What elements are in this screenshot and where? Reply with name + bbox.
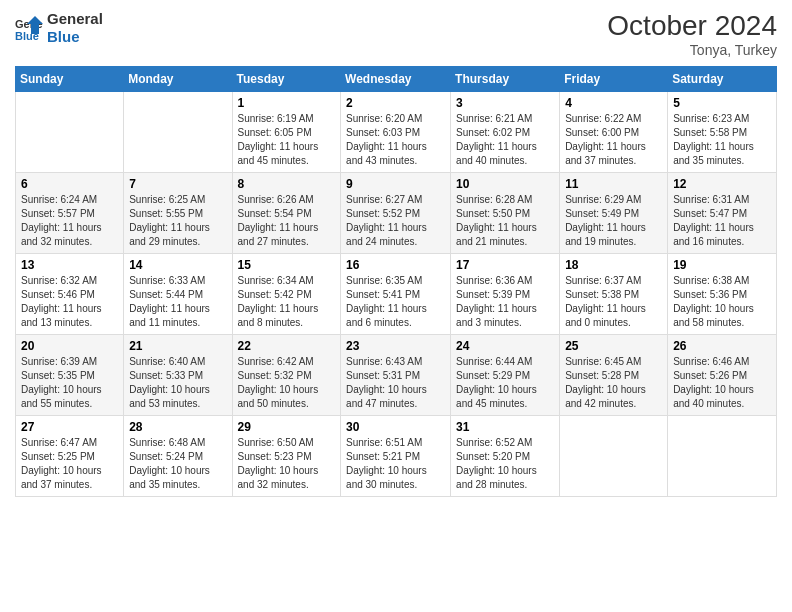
sunset-text: Sunset: 5:55 PM (129, 208, 203, 219)
sunrise-text: Sunrise: 6:21 AM (456, 113, 532, 124)
day-number: 26 (673, 339, 771, 353)
daylight-text: Daylight: 11 hours and 21 minutes. (456, 222, 537, 247)
calendar-cell-w4-d3: 23 Sunrise: 6:43 AM Sunset: 5:31 PM Dayl… (341, 335, 451, 416)
calendar-cell-w3-d5: 18 Sunrise: 6:37 AM Sunset: 5:38 PM Dayl… (560, 254, 668, 335)
day-number: 30 (346, 420, 445, 434)
day-number: 28 (129, 420, 226, 434)
sunrise-text: Sunrise: 6:50 AM (238, 437, 314, 448)
day-info: Sunrise: 6:32 AM Sunset: 5:46 PM Dayligh… (21, 274, 118, 330)
sunset-text: Sunset: 6:05 PM (238, 127, 312, 138)
daylight-text: Daylight: 11 hours and 43 minutes. (346, 141, 427, 166)
calendar-cell-w5-d1: 28 Sunrise: 6:48 AM Sunset: 5:24 PM Dayl… (124, 416, 232, 497)
day-number: 9 (346, 177, 445, 191)
sunrise-text: Sunrise: 6:26 AM (238, 194, 314, 205)
day-number: 31 (456, 420, 554, 434)
sunset-text: Sunset: 5:44 PM (129, 289, 203, 300)
calendar-cell-w4-d0: 20 Sunrise: 6:39 AM Sunset: 5:35 PM Dayl… (16, 335, 124, 416)
day-number: 27 (21, 420, 118, 434)
day-info: Sunrise: 6:42 AM Sunset: 5:32 PM Dayligh… (238, 355, 336, 411)
sunset-text: Sunset: 6:00 PM (565, 127, 639, 138)
location-subtitle: Tonya, Turkey (607, 42, 777, 58)
day-info: Sunrise: 6:52 AM Sunset: 5:20 PM Dayligh… (456, 436, 554, 492)
sunrise-text: Sunrise: 6:20 AM (346, 113, 422, 124)
sunset-text: Sunset: 5:32 PM (238, 370, 312, 381)
sunrise-text: Sunrise: 6:29 AM (565, 194, 641, 205)
day-number: 17 (456, 258, 554, 272)
calendar-cell-w3-d1: 14 Sunrise: 6:33 AM Sunset: 5:44 PM Dayl… (124, 254, 232, 335)
daylight-text: Daylight: 11 hours and 35 minutes. (673, 141, 754, 166)
daylight-text: Daylight: 10 hours and 30 minutes. (346, 465, 427, 490)
calendar-cell-w1-d1 (124, 92, 232, 173)
sunrise-text: Sunrise: 6:31 AM (673, 194, 749, 205)
day-number: 19 (673, 258, 771, 272)
day-info: Sunrise: 6:22 AM Sunset: 6:00 PM Dayligh… (565, 112, 662, 168)
daylight-text: Daylight: 10 hours and 28 minutes. (456, 465, 537, 490)
daylight-text: Daylight: 11 hours and 3 minutes. (456, 303, 537, 328)
day-number: 3 (456, 96, 554, 110)
sunrise-text: Sunrise: 6:46 AM (673, 356, 749, 367)
calendar-cell-w1-d4: 3 Sunrise: 6:21 AM Sunset: 6:02 PM Dayli… (451, 92, 560, 173)
daylight-text: Daylight: 10 hours and 58 minutes. (673, 303, 754, 328)
week-row-1: 1 Sunrise: 6:19 AM Sunset: 6:05 PM Dayli… (16, 92, 777, 173)
sunrise-text: Sunrise: 6:51 AM (346, 437, 422, 448)
calendar-cell-w5-d2: 29 Sunrise: 6:50 AM Sunset: 5:23 PM Dayl… (232, 416, 341, 497)
calendar-cell-w5-d4: 31 Sunrise: 6:52 AM Sunset: 5:20 PM Dayl… (451, 416, 560, 497)
day-info: Sunrise: 6:36 AM Sunset: 5:39 PM Dayligh… (456, 274, 554, 330)
day-number: 8 (238, 177, 336, 191)
daylight-text: Daylight: 11 hours and 37 minutes. (565, 141, 646, 166)
calendar-cell-w2-d4: 10 Sunrise: 6:28 AM Sunset: 5:50 PM Dayl… (451, 173, 560, 254)
sunset-text: Sunset: 5:20 PM (456, 451, 530, 462)
calendar-cell-w2-d3: 9 Sunrise: 6:27 AM Sunset: 5:52 PM Dayli… (341, 173, 451, 254)
daylight-text: Daylight: 10 hours and 32 minutes. (238, 465, 319, 490)
sunrise-text: Sunrise: 6:22 AM (565, 113, 641, 124)
calendar-cell-w1-d3: 2 Sunrise: 6:20 AM Sunset: 6:03 PM Dayli… (341, 92, 451, 173)
day-info: Sunrise: 6:26 AM Sunset: 5:54 PM Dayligh… (238, 193, 336, 249)
calendar-cell-w5-d3: 30 Sunrise: 6:51 AM Sunset: 5:21 PM Dayl… (341, 416, 451, 497)
day-info: Sunrise: 6:50 AM Sunset: 5:23 PM Dayligh… (238, 436, 336, 492)
sunset-text: Sunset: 5:24 PM (129, 451, 203, 462)
daylight-text: Daylight: 11 hours and 11 minutes. (129, 303, 210, 328)
sunset-text: Sunset: 5:52 PM (346, 208, 420, 219)
sunset-text: Sunset: 5:49 PM (565, 208, 639, 219)
sunset-text: Sunset: 5:50 PM (456, 208, 530, 219)
sunset-text: Sunset: 5:46 PM (21, 289, 95, 300)
calendar-cell-w1-d2: 1 Sunrise: 6:19 AM Sunset: 6:05 PM Dayli… (232, 92, 341, 173)
calendar-cell-w1-d6: 5 Sunrise: 6:23 AM Sunset: 5:58 PM Dayli… (668, 92, 777, 173)
sunrise-text: Sunrise: 6:40 AM (129, 356, 205, 367)
daylight-text: Daylight: 10 hours and 55 minutes. (21, 384, 102, 409)
day-info: Sunrise: 6:25 AM Sunset: 5:55 PM Dayligh… (129, 193, 226, 249)
sunrise-text: Sunrise: 6:34 AM (238, 275, 314, 286)
sunset-text: Sunset: 5:26 PM (673, 370, 747, 381)
day-number: 15 (238, 258, 336, 272)
day-info: Sunrise: 6:24 AM Sunset: 5:57 PM Dayligh… (21, 193, 118, 249)
sunrise-text: Sunrise: 6:44 AM (456, 356, 532, 367)
day-number: 12 (673, 177, 771, 191)
sunset-text: Sunset: 5:25 PM (21, 451, 95, 462)
calendar-cell-w4-d5: 25 Sunrise: 6:45 AM Sunset: 5:28 PM Dayl… (560, 335, 668, 416)
daylight-text: Daylight: 11 hours and 8 minutes. (238, 303, 319, 328)
calendar-cell-w4-d4: 24 Sunrise: 6:44 AM Sunset: 5:29 PM Dayl… (451, 335, 560, 416)
title-block: October 2024 Tonya, Turkey (607, 10, 777, 58)
day-number: 13 (21, 258, 118, 272)
sunset-text: Sunset: 5:39 PM (456, 289, 530, 300)
calendar-cell-w4-d6: 26 Sunrise: 6:46 AM Sunset: 5:26 PM Dayl… (668, 335, 777, 416)
daylight-text: Daylight: 11 hours and 19 minutes. (565, 222, 646, 247)
day-number: 6 (21, 177, 118, 191)
day-number: 1 (238, 96, 336, 110)
sunrise-text: Sunrise: 6:37 AM (565, 275, 641, 286)
col-friday: Friday (560, 67, 668, 92)
col-tuesday: Tuesday (232, 67, 341, 92)
sunrise-text: Sunrise: 6:52 AM (456, 437, 532, 448)
sunset-text: Sunset: 5:23 PM (238, 451, 312, 462)
sunrise-text: Sunrise: 6:45 AM (565, 356, 641, 367)
daylight-text: Daylight: 10 hours and 53 minutes. (129, 384, 210, 409)
day-number: 18 (565, 258, 662, 272)
sunrise-text: Sunrise: 6:28 AM (456, 194, 532, 205)
logo-icon: General Blue (15, 14, 43, 42)
day-info: Sunrise: 6:20 AM Sunset: 6:03 PM Dayligh… (346, 112, 445, 168)
day-number: 14 (129, 258, 226, 272)
day-info: Sunrise: 6:28 AM Sunset: 5:50 PM Dayligh… (456, 193, 554, 249)
day-number: 29 (238, 420, 336, 434)
daylight-text: Daylight: 11 hours and 16 minutes. (673, 222, 754, 247)
daylight-text: Daylight: 11 hours and 27 minutes. (238, 222, 319, 247)
